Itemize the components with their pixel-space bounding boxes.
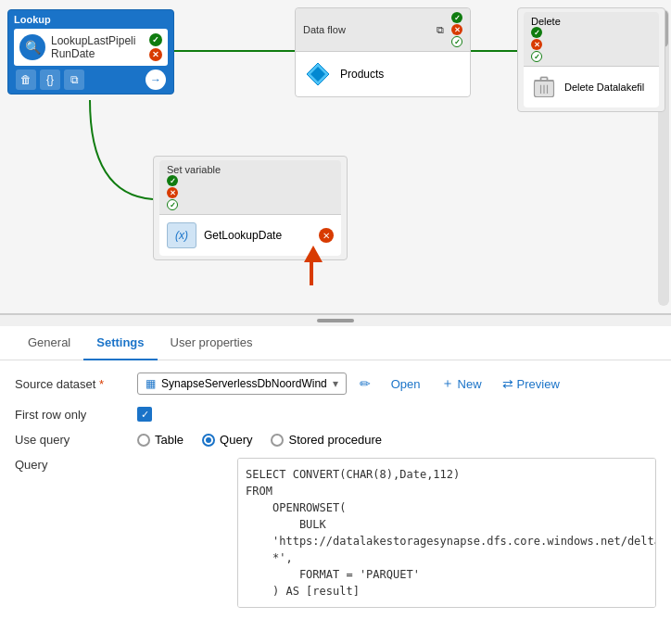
required-indicator: * <box>99 377 104 391</box>
radio-query-label: Query <box>220 433 252 447</box>
radio-query-inner <box>206 437 211 443</box>
delete-status-x: ✕ <box>531 39 542 50</box>
source-dataset-row: Source dataset * ▦ SynapseServerlessDbNo… <box>15 372 656 396</box>
setvariable-node-header: Set variable ✓ ✕ ✓ <box>159 160 341 215</box>
plus-icon: ＋ <box>441 375 454 392</box>
panel-resizer-wrap <box>0 315 671 326</box>
preview-dataset-btn[interactable]: ⇄ Preview <box>495 373 567 395</box>
setvariable-remove-btn[interactable]: ✕ <box>319 228 334 243</box>
delete-node-content: Delete Datalakefil <box>524 67 659 107</box>
dataflow-status-check-outline: ✓ <box>451 36 462 47</box>
new-dataset-btn[interactable]: ＋ New <box>434 372 489 396</box>
radio-table-label: Table <box>155 433 184 447</box>
setvariable-status-x: ✕ <box>167 187 178 198</box>
delete-status-check: ✓ <box>531 27 542 38</box>
lookup-node-body: 🔍 LookupLastPipeli RunDate ✓ ✕ <box>14 29 168 66</box>
delete-node-header: Delete ✓ ✕ ✓ <box>524 12 659 67</box>
radio-query[interactable]: Query <box>202 433 252 447</box>
first-row-row: First row only ✓ <box>15 407 656 422</box>
variable-icon: (x) <box>167 222 196 248</box>
dataset-value: SynapseServerlessDbNoordWind <box>161 377 327 390</box>
copy-action-btn[interactable]: ⧉ <box>64 69 84 90</box>
setvariable-node-name: GetLookupDate <box>204 229 282 242</box>
lookup-icon: 🔍 <box>19 34 45 60</box>
radio-query-outer <box>202 434 215 447</box>
arrow-action-btn[interactable]: → <box>146 69 166 90</box>
use-query-row: Use query Table Query Stored procedure <box>15 433 656 447</box>
first-row-label: First row only <box>15 408 126 422</box>
source-dataset-select[interactable]: ▦ SynapseServerlessDbNoordWind ▾ <box>137 373 347 395</box>
delete-status-check-outline: ✓ <box>531 51 542 62</box>
panel-resizer[interactable] <box>317 319 354 322</box>
bottom-panel: General Settings User properties Source … <box>0 326 671 626</box>
lookup-node[interactable]: Lookup 🔍 LookupLastPipeli RunDate ✓ ✕ 🗑 … <box>7 9 174 95</box>
pipeline-canvas: Lookup 🔍 LookupLastPipeli RunDate ✓ ✕ 🗑 … <box>0 0 671 315</box>
dataflow-status-x: ✕ <box>451 24 462 35</box>
dataflow-node[interactable]: Data flow ⧉ ✓ ✕ ✓ Products <box>295 7 471 97</box>
trash-icon <box>531 74 557 100</box>
radio-sp-label: Stored procedure <box>288 433 381 447</box>
status-check-icon: ✓ <box>149 33 162 46</box>
use-query-label: Use query <box>15 433 126 447</box>
json-action-btn[interactable]: {} <box>40 69 60 90</box>
dataflow-shape-icon <box>303 59 333 89</box>
open-dataset-btn[interactable]: Open <box>384 373 428 395</box>
dataflow-status-check: ✓ <box>451 12 462 23</box>
delete-action-btn[interactable]: 🗑 <box>16 69 36 90</box>
radio-sp-outer <box>271 434 284 447</box>
status-x-icon: ✕ <box>149 48 162 61</box>
preview-icon: ⇄ <box>502 376 513 391</box>
tab-settings[interactable]: Settings <box>83 326 157 360</box>
up-arrow-stem <box>310 262 313 285</box>
dataflow-node-name: Products <box>340 68 384 81</box>
tab-user-properties[interactable]: User properties <box>158 326 266 360</box>
lookup-node-title: Lookup <box>14 14 168 25</box>
query-editor[interactable]: SELECT CONVERT(CHAR(8),Date,112) FROM OP… <box>237 458 656 608</box>
first-row-checkbox[interactable]: ✓ <box>137 407 152 422</box>
query-type-radio-group: Table Query Stored procedure <box>137 433 382 447</box>
radio-stored-procedure[interactable]: Stored procedure <box>271 433 381 447</box>
delete-node[interactable]: Delete ✓ ✕ ✓ Delete Datalakefil <box>517 7 665 112</box>
lookup-node-actions: 🗑 {} ⧉ → <box>14 69 168 90</box>
radio-table-outer <box>137 434 150 447</box>
settings-content: Source dataset * ▦ SynapseServerlessDbNo… <box>0 360 671 626</box>
dataflow-node-content: Products <box>296 52 470 96</box>
setvariable-status-check-outline: ✓ <box>167 199 178 210</box>
dataflow-node-header: Data flow ⧉ ✓ ✕ ✓ <box>296 8 470 52</box>
setvariable-status-check: ✓ <box>167 175 178 186</box>
source-dataset-label: Source dataset * <box>15 377 126 391</box>
dataflow-external-link-icon[interactable]: ⧉ <box>437 24 444 36</box>
tabs-bar: General Settings User properties <box>0 326 671 360</box>
up-arrow-indicator <box>304 246 323 262</box>
dataset-select-wrapper: ▦ SynapseServerlessDbNoordWind ▾ ✏ Open … <box>137 372 656 396</box>
query-label: Query <box>15 458 104 472</box>
tab-general[interactable]: General <box>15 326 83 360</box>
edit-dataset-btn[interactable]: ✏ <box>352 373 378 395</box>
pencil-icon: ✏ <box>360 376 371 391</box>
query-row: Query SELECT CONVERT(CHAR(8),Date,112) F… <box>15 458 656 608</box>
delete-node-name: Delete Datalakefil <box>564 82 644 93</box>
lookup-node-name: LookupLastPipeli RunDate <box>51 34 135 60</box>
dataset-icon: ▦ <box>146 377 156 390</box>
chevron-down-icon: ▾ <box>333 377 338 390</box>
radio-table[interactable]: Table <box>137 433 184 447</box>
